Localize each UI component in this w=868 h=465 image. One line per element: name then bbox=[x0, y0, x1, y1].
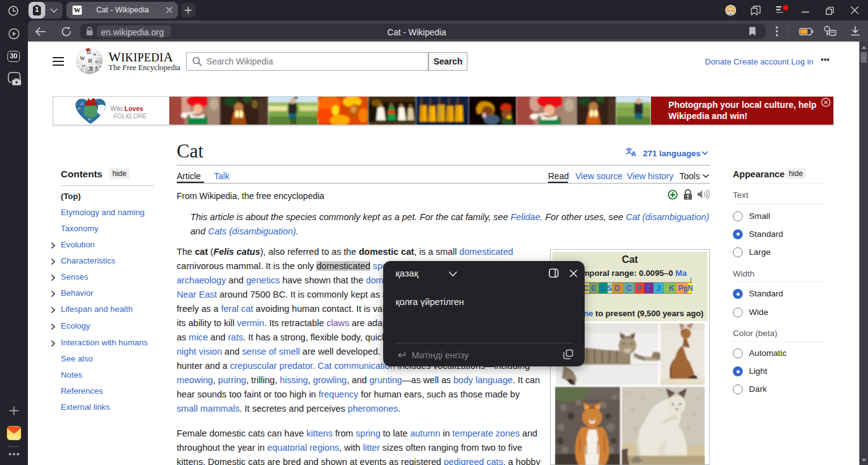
svg-text:И: И bbox=[88, 58, 92, 64]
svg-text:文: 文 bbox=[88, 66, 94, 71]
svg-text:W: W bbox=[80, 56, 85, 61]
svg-text:ω: ω bbox=[95, 59, 98, 64]
